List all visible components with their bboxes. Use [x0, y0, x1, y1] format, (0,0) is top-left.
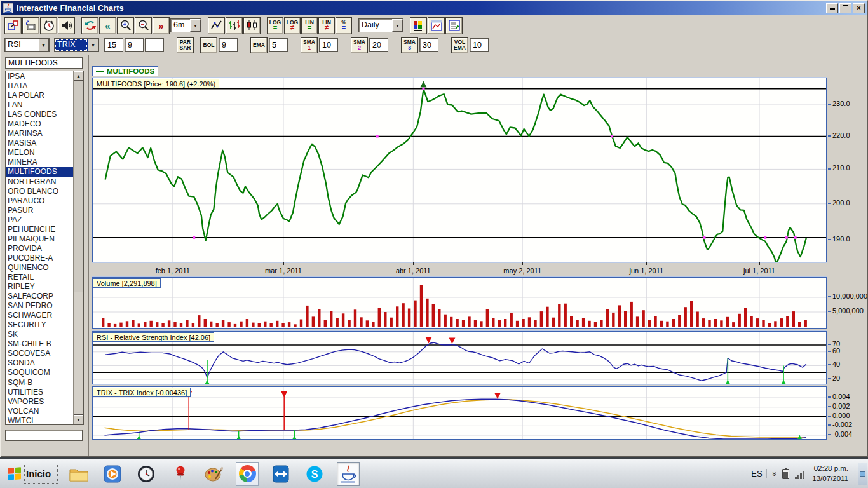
symbol-list-item[interactable]: SK: [6, 330, 73, 339]
symbol-list-item[interactable]: WMTCL: [6, 416, 73, 424]
pushpin-app-button[interactable]: [168, 462, 191, 486]
symbol-list-scrollbar[interactable]: ▲ ▼: [73, 71, 83, 424]
symbol-list-item[interactable]: PROVIDA: [6, 244, 73, 254]
scroll-back-button[interactable]: «: [99, 17, 116, 34]
symbol-list-item[interactable]: VAPORES: [6, 397, 73, 407]
indicator-param1-field[interactable]: [104, 38, 123, 52]
symbol-search-input[interactable]: [5, 57, 83, 69]
scale-button-log-eq-0[interactable]: LOG=: [267, 17, 283, 34]
clock-app-button[interactable]: [135, 462, 158, 486]
volema-button[interactable]: VOL EMA: [451, 37, 468, 53]
scroll-down-icon[interactable]: ▼: [74, 415, 83, 424]
symbol-list-item[interactable]: PASUR: [6, 206, 73, 215]
battery-icon[interactable]: [782, 469, 789, 479]
title-bar[interactable]: Interactive Financial Charts ×: [1, 1, 867, 15]
symbol-list-item[interactable]: SQM-B: [6, 378, 73, 388]
symbol-list-item[interactable]: PILMAIQUEN: [6, 234, 73, 244]
scale-button-lin-ne-3[interactable]: LIN≠: [318, 17, 335, 34]
sma2-button[interactable]: SMA 2: [351, 37, 368, 53]
indicator2-select[interactable]: TRIX ▼: [54, 38, 99, 52]
candle-style-button[interactable]: [243, 17, 261, 34]
taskbar-clock[interactable]: 02:28 p.m. 13/07/2011: [810, 464, 848, 484]
sma1-button[interactable]: SMA 1: [301, 37, 318, 53]
symbol-list-item[interactable]: MINERA: [6, 158, 73, 167]
symbol-list-item[interactable]: PAZ: [6, 215, 73, 225]
skype-button[interactable]: S: [303, 462, 326, 486]
symbol-list-item[interactable]: LAS CONDES: [6, 110, 73, 119]
start-button[interactable]: Inicio: [4, 462, 61, 486]
volume-panel[interactable]: [92, 277, 827, 329]
symbol-list-item[interactable]: UTILITIES: [6, 388, 73, 397]
symbol-list-item[interactable]: QUINENCO: [6, 263, 73, 273]
symbol-list-item[interactable]: SOCOVESA: [6, 349, 73, 358]
symbol-list-item[interactable]: NORTEGRAN: [6, 177, 73, 187]
bollinger-button[interactable]: BOL: [200, 37, 217, 53]
ohlc-style-button[interactable]: [226, 17, 243, 34]
show-desktop-button[interactable]: [858, 463, 867, 485]
alerts-button[interactable]: [40, 17, 57, 34]
indicator-param2-field[interactable]: [125, 38, 144, 52]
symbol-list-item[interactable]: PUCOBRE-A: [6, 254, 73, 263]
scale-button-log-ne-1[interactable]: LOG≠: [284, 17, 301, 34]
chrome-button[interactable]: [236, 462, 259, 486]
symbol-list-item[interactable]: SONDA: [6, 358, 73, 368]
line-style-button[interactable]: [208, 17, 225, 34]
symbol-list-item[interactable]: LAN: [6, 100, 73, 110]
scale-button-%-eq-4[interactable]: %=: [336, 17, 352, 34]
maximize-button[interactable]: [839, 3, 851, 13]
symbol-list-item[interactable]: MADECO: [6, 119, 73, 129]
media-player-button[interactable]: [101, 462, 124, 486]
symbol-list-item[interactable]: VOLCAN: [6, 407, 73, 416]
symbol-list-item[interactable]: IPSA: [6, 72, 73, 81]
java-app-button[interactable]: [337, 462, 360, 486]
symbol-list-item[interactable]: SAN PEDRO: [6, 301, 73, 311]
zoom-in-button[interactable]: [117, 17, 134, 34]
sidebar-footer-field[interactable]: [5, 430, 83, 441]
symbol-list-item[interactable]: LA POLAR: [6, 91, 73, 100]
sma3-button[interactable]: SMA 3: [401, 37, 418, 53]
new-chart-button[interactable]: [4, 17, 22, 34]
save-image-button[interactable]: [22, 17, 39, 34]
price-panel[interactable]: [92, 78, 827, 262]
period-select[interactable]: 6m ▼: [170, 18, 201, 32]
symbol-list-item[interactable]: MARINSA: [6, 129, 73, 139]
sma3-period-field[interactable]: [419, 38, 438, 52]
symbol-list-item[interactable]: MELON: [6, 148, 73, 158]
symbol-list-item[interactable]: RIPLEY: [6, 282, 73, 292]
refresh-button[interactable]: [81, 17, 98, 34]
scroll-forward-button[interactable]: »: [153, 17, 170, 34]
ema-button[interactable]: EMA: [250, 37, 268, 53]
scroll-up-icon[interactable]: ▲: [74, 71, 83, 81]
file-explorer-button[interactable]: [67, 462, 90, 486]
indicator1-select[interactable]: RSI ▼: [4, 38, 50, 52]
volema-period-field[interactable]: [470, 38, 489, 52]
symbol-list-item[interactable]: PARAUCO: [6, 196, 73, 206]
scale-button-lin-eq-2[interactable]: LIN=: [301, 17, 318, 34]
colors-button[interactable]: [410, 17, 427, 34]
symbol-list-item-selected[interactable]: MULTIFOODS: [6, 167, 73, 177]
symbol-list-item[interactable]: ITATA: [6, 81, 73, 91]
trix-panel[interactable]: [92, 386, 827, 440]
sma2-period-field[interactable]: [369, 38, 388, 52]
ema-period-field[interactable]: [269, 38, 288, 52]
zoom-out-button[interactable]: [135, 17, 152, 34]
sound-button[interactable]: [58, 17, 75, 34]
symbol-list-item[interactable]: SM-CHILE B: [6, 339, 73, 349]
bollinger-period-field[interactable]: [219, 38, 238, 52]
teamviewer-button[interactable]: [269, 462, 292, 486]
symbol-list-item[interactable]: SCHWAGER: [6, 311, 73, 320]
parsar-button[interactable]: PAR SAR: [177, 37, 194, 53]
symbol-list-item[interactable]: SOQUICOM: [6, 368, 73, 377]
symbol-list-item[interactable]: ORO BLANCO: [6, 187, 73, 196]
symbol-list-item[interactable]: SALFACORP: [6, 292, 73, 301]
symbol-list-item[interactable]: MASISA: [6, 139, 73, 148]
data-window-button[interactable]: [445, 17, 463, 34]
scrollbar-thumb[interactable]: [74, 292, 83, 415]
network-signal-icon[interactable]: [795, 469, 804, 479]
language-indicator[interactable]: ES: [751, 469, 766, 478]
chart-window-button[interactable]: [428, 17, 445, 34]
paint-app-button[interactable]: [202, 462, 225, 486]
sma1-period-field[interactable]: [319, 38, 338, 52]
close-button[interactable]: ×: [853, 3, 865, 13]
indicator-param3-field[interactable]: [145, 38, 164, 52]
